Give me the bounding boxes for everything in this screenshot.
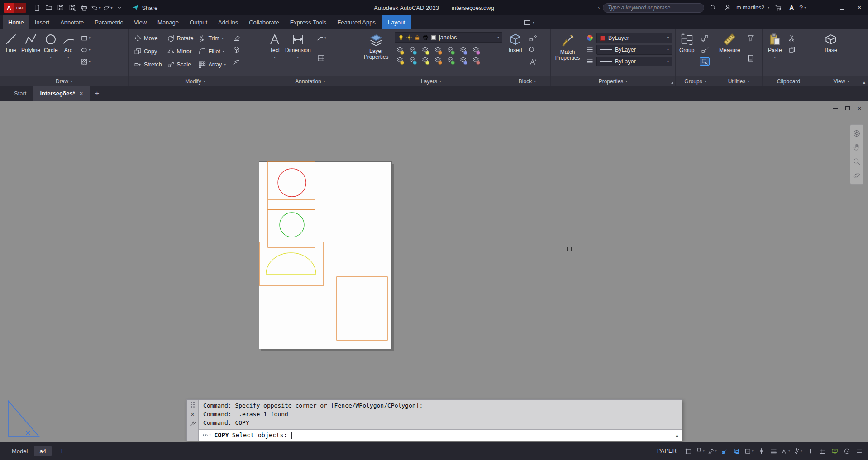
command-window-handle[interactable]: × <box>187 400 199 441</box>
panel-label-view[interactable]: View▾ <box>815 76 868 86</box>
command-input[interactable]: COPY Select objects: ▲ <box>199 429 682 441</box>
panel-label-annotation[interactable]: Annotation▾ <box>262 76 358 86</box>
panel-label-layers[interactable]: Layers▾ <box>358 76 504 86</box>
grid-icon[interactable] <box>682 446 693 456</box>
offset-icon[interactable] <box>231 57 241 66</box>
snap-icon[interactable] <box>695 446 706 456</box>
table-icon[interactable] <box>316 54 326 62</box>
polyline-button[interactable]: Polyline <box>19 29 42 76</box>
ribbon-tab[interactable]: View <box>129 15 152 29</box>
model-tab[interactable]: Model <box>12 448 28 455</box>
search-input[interactable] <box>603 3 704 13</box>
copy-to-layer-icon[interactable] <box>445 56 455 64</box>
line-button[interactable]: Line <box>2 29 19 76</box>
layer-plot-icon[interactable] <box>422 34 429 41</box>
ribbon-tab[interactable]: Featured Apps <box>332 15 381 29</box>
array-button[interactable]: Array <box>196 58 228 71</box>
manage-attributes-icon[interactable] <box>528 57 538 66</box>
dwg-close-icon[interactable]: × <box>857 105 863 111</box>
quick-calc-icon[interactable] <box>746 54 756 62</box>
ribbon-tab[interactable]: Express Tools <box>285 15 332 29</box>
app-menu-button[interactable]: A CAD <box>4 3 26 13</box>
layer-freeze-icon[interactable] <box>406 34 412 41</box>
units-icon[interactable] <box>817 446 828 456</box>
arc-button[interactable]: Arc <box>60 29 77 76</box>
ribbon-tab[interactable]: Insert <box>29 15 55 29</box>
create-block-icon[interactable] <box>528 46 538 54</box>
ribbon-tab[interactable]: Layout <box>382 15 411 29</box>
leader-icon[interactable] <box>316 34 326 42</box>
layout-tab-a4[interactable]: a4 <box>34 446 51 456</box>
panel-label-modify[interactable]: Modify▾ <box>129 76 262 86</box>
layer-isolate-icon[interactable] <box>407 46 417 54</box>
ungroup-icon[interactable] <box>700 34 710 42</box>
dwg-restore-icon[interactable] <box>844 105 850 111</box>
lineweight-list-icon[interactable] <box>585 57 595 66</box>
close-tab-icon[interactable]: × <box>80 90 83 97</box>
document-tab[interactable]: interseções* × <box>33 86 90 101</box>
help-button[interactable]: ?▾ <box>799 4 806 11</box>
layer-unisolate-icon[interactable] <box>407 56 417 64</box>
rectangle-icon[interactable] <box>81 34 91 42</box>
linetype-list-icon[interactable] <box>585 45 595 54</box>
selection-cycling-icon[interactable] <box>731 446 742 456</box>
insert-block-button[interactable]: Insert <box>507 29 524 76</box>
color-wheel-icon[interactable] <box>585 33 595 43</box>
explode-icon[interactable] <box>231 46 241 54</box>
recent-commands-icon[interactable] <box>202 432 211 438</box>
minimize-button[interactable] <box>816 0 834 15</box>
paper-space-label[interactable]: PAPER <box>657 448 677 454</box>
ribbon-tab[interactable]: Output <box>184 15 213 29</box>
ribbon-tab[interactable]: Annotate <box>55 15 89 29</box>
match-layer-icon[interactable] <box>458 46 468 54</box>
hatch-icon[interactable] <box>81 57 91 66</box>
annotation-monitor-icon[interactable] <box>805 446 816 456</box>
close-button[interactable]: × <box>851 0 868 15</box>
paste-button[interactable]: Paste <box>766 29 784 76</box>
panel-label-block[interactable]: Block▾ <box>504 76 550 86</box>
layer-properties-button[interactable]: Layer Properties <box>360 30 392 76</box>
user-icon[interactable] <box>722 2 733 14</box>
navigation-wheel-icon[interactable] <box>853 129 861 138</box>
layer-lock-icon[interactable] <box>433 46 443 54</box>
annotation-scale-icon[interactable] <box>780 446 791 456</box>
lineweight-select[interactable]: ByLayer ▾ <box>596 57 672 66</box>
dwg-minimize-icon[interactable] <box>832 105 838 111</box>
fillet-button[interactable]: Fillet <box>196 45 228 57</box>
pan-icon[interactable] <box>853 143 861 152</box>
text-button[interactable]: Text <box>266 29 283 76</box>
panel-label-groups[interactable]: Groups▾ <box>676 76 715 86</box>
dimension-button[interactable]: Dimension <box>283 29 313 76</box>
new-layout-button[interactable]: + <box>58 447 66 455</box>
erase-icon[interactable] <box>231 34 241 42</box>
share-button[interactable]: Share <box>132 4 157 11</box>
redo-icon[interactable] <box>102 2 113 14</box>
quick-select-icon[interactable] <box>746 34 756 42</box>
drawing-area[interactable]: × × Command: Specify opposite corner o <box>0 101 868 442</box>
save-icon[interactable] <box>55 2 66 14</box>
layer-dropdown-caret-icon[interactable]: ▾ <box>497 36 499 39</box>
panel-label-draw[interactable]: Draw▾ <box>0 76 128 86</box>
zoom-icon[interactable] <box>853 157 861 166</box>
layer-select[interactable]: janelas ▾ <box>395 32 502 43</box>
make-current-icon[interactable] <box>445 46 455 54</box>
plot-icon[interactable] <box>78 2 90 14</box>
ribbon-tab[interactable]: Manage <box>152 15 184 29</box>
search-icon[interactable] <box>707 2 719 14</box>
object-color-select[interactable]: ByLayer ▾ <box>596 33 672 43</box>
orbit-icon[interactable] <box>853 171 861 180</box>
qat-menu-icon[interactable] <box>114 2 125 14</box>
user-name[interactable]: m.martins2 <box>736 5 764 11</box>
measure-button[interactable]: Measure <box>717 29 742 76</box>
dynamic-input-icon[interactable] <box>707 446 718 456</box>
osnap-tracking-icon[interactable] <box>756 446 767 456</box>
ribbon-display-toggle[interactable]: ▾ <box>524 15 534 29</box>
panel-label-utilities[interactable]: Utilities▾ <box>715 76 762 86</box>
layer-merge-icon[interactable] <box>471 56 481 64</box>
ribbon-tab[interactable]: Parametric <box>89 15 129 29</box>
stretch-button[interactable]: Stretch <box>132 58 164 71</box>
ribbon-tab[interactable]: Add-ins <box>213 15 243 29</box>
copy-button[interactable]: Copy <box>132 45 164 57</box>
drag-grip-icon[interactable] <box>191 402 195 408</box>
customization-icon[interactable] <box>854 446 864 456</box>
